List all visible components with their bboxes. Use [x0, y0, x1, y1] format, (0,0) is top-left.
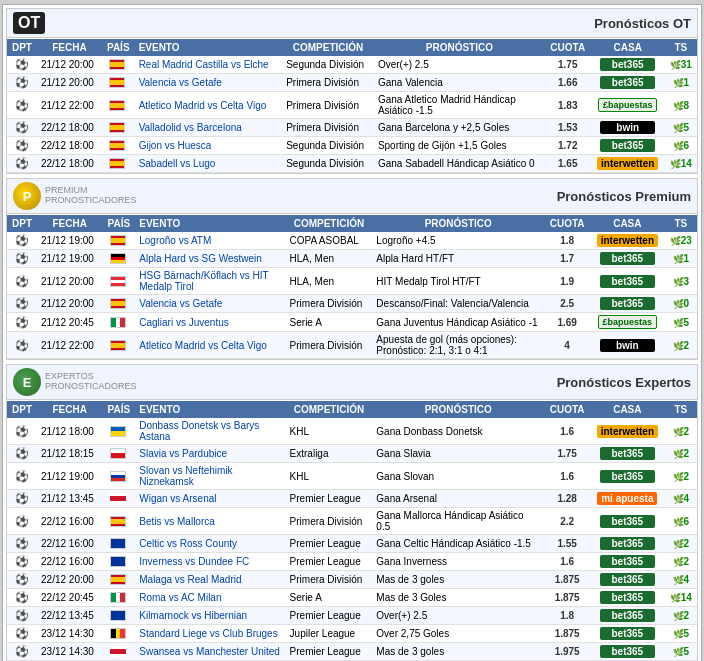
evento-cell[interactable]: Wigan vs Arsenal — [135, 490, 285, 508]
evento-cell[interactable]: Celtic vs Ross County — [135, 535, 285, 553]
casa-cell[interactable]: bet365 — [590, 463, 664, 490]
casa-cell[interactable]: bwin — [591, 119, 665, 137]
evento-cell[interactable]: Malaga vs Real Madrid — [135, 571, 285, 589]
evento-cell[interactable]: Sabadell vs Lugo — [135, 155, 283, 173]
casa-badge[interactable]: bet365 — [600, 537, 655, 550]
dpt-cell: ⚽ — [7, 463, 37, 490]
evento-cell[interactable]: Swansea vs Manchester United — [135, 643, 285, 661]
soccer-ball-icon: ⚽ — [15, 76, 29, 88]
casa-badge[interactable]: bet365 — [600, 76, 655, 89]
casa-cell[interactable]: bet365 — [590, 571, 664, 589]
casa-badge[interactable]: bet365 — [600, 252, 655, 265]
casa-cell[interactable]: interwetten — [590, 418, 664, 445]
casa-badge[interactable]: bet365 — [600, 591, 655, 604]
ts-icon: 🌿 — [670, 159, 681, 169]
evento-cell[interactable]: Real Madrid Castilla vs Elche — [135, 56, 283, 74]
casa-cell[interactable]: bet365 — [590, 268, 664, 295]
casa-badge[interactable]: bet365 — [600, 573, 655, 586]
casa-badge[interactable]: bet365 — [600, 297, 655, 310]
fecha-cell: 22/12 20:45 — [37, 589, 102, 607]
cuota-cell: 2.5 — [544, 295, 590, 313]
casa-badge[interactable]: bet365 — [600, 139, 655, 152]
cuota-cell: 1.7 — [544, 250, 590, 268]
premium-circle-icon: P — [13, 182, 41, 210]
casa-badge[interactable]: bet365 — [600, 515, 655, 528]
evento-cell[interactable]: Roma vs AC Milan — [135, 589, 285, 607]
soccer-ball-icon: ⚽ — [15, 555, 29, 567]
casa-cell[interactable]: mi apuesta — [590, 490, 664, 508]
pais-cell — [102, 445, 135, 463]
evento-cell[interactable]: Valladolid vs Barcelona — [135, 119, 283, 137]
casa-badge[interactable]: mi apuesta — [597, 492, 657, 505]
casa-badge[interactable]: £bapuestas — [598, 315, 658, 329]
casa-cell[interactable]: bet365 — [590, 625, 664, 643]
ts-cell: 🌿1 — [665, 74, 697, 92]
ts-value: 14 — [681, 158, 692, 169]
evento-cell[interactable]: Donbass Donetsk vs Barys Astana — [135, 418, 285, 445]
casa-badge[interactable]: £bapuestas — [598, 98, 658, 112]
evento-cell[interactable]: Valencia vs Getafe — [135, 295, 285, 313]
casa-cell[interactable]: bet365 — [590, 553, 664, 571]
soccer-ball-icon: ⚽ — [15, 316, 29, 328]
casa-badge[interactable]: interwetten — [597, 157, 658, 170]
fecha-cell: 22/12 16:00 — [37, 535, 102, 553]
casa-cell[interactable]: bet365 — [590, 607, 664, 625]
casa-badge[interactable]: bet365 — [600, 609, 655, 622]
casa-badge[interactable]: bwin — [600, 121, 655, 134]
casa-cell[interactable]: bet365 — [591, 137, 665, 155]
casa-badge[interactable]: bet365 — [600, 627, 655, 640]
fecha-cell: 22/12 16:00 — [37, 508, 102, 535]
evento-cell[interactable]: Valencia vs Getafe — [135, 74, 283, 92]
evento-cell[interactable]: Slavia vs Pardubice — [135, 445, 285, 463]
pais-cell — [102, 571, 135, 589]
pais-cell — [102, 74, 135, 92]
casa-cell[interactable]: bet365 — [590, 295, 664, 313]
casa-badge[interactable]: interwetten — [597, 425, 658, 438]
evento-cell[interactable]: Slovan vs Neftehimik Niznekamsk — [135, 463, 285, 490]
evento-cell[interactable]: Alpla Hard vs SG Westwein — [135, 250, 285, 268]
evento-cell[interactable]: Atletico Madrid vs Celta Vigo — [135, 332, 285, 359]
casa-cell[interactable]: bet365 — [591, 74, 665, 92]
casa-cell[interactable]: £bapuestas — [590, 313, 664, 332]
evento-cell[interactable]: HSG Bärnach/Köflach vs HIT Medalp Tirol — [135, 268, 285, 295]
fecha-cell: 21/12 13:45 — [37, 490, 102, 508]
casa-cell[interactable]: bet365 — [590, 589, 664, 607]
evento-cell[interactable]: Betis vs Mallorca — [135, 508, 285, 535]
casa-badge[interactable]: bwin — [600, 339, 655, 352]
casa-cell[interactable]: bet365 — [591, 56, 665, 74]
casa-cell[interactable]: bet365 — [590, 643, 664, 661]
evento-cell[interactable]: Standard Liege vs Club Bruges — [135, 625, 285, 643]
evento-cell[interactable]: Gijon vs Huesca — [135, 137, 283, 155]
pais-cell — [102, 589, 135, 607]
pronostico-cell: Over(+) 2.5 — [374, 56, 545, 74]
cuota-cell: 1.875 — [544, 625, 590, 643]
casa-badge[interactable]: bet365 — [600, 645, 655, 658]
casa-badge[interactable]: bet365 — [600, 447, 655, 460]
casa-badge[interactable]: bet365 — [600, 275, 655, 288]
casa-cell[interactable]: bwin — [590, 332, 664, 359]
casa-cell[interactable]: £bapuestas — [591, 92, 665, 119]
dpt-cell: ⚽ — [7, 232, 37, 250]
evento-cell[interactable]: Inverness vs Dundee FC — [135, 553, 285, 571]
casa-cell[interactable]: interwetten — [591, 155, 665, 173]
evento-cell[interactable]: Cagliari vs Juventus — [135, 313, 285, 332]
ts-cell: 🌿31 — [665, 56, 697, 74]
logo-premium: P PREMIUMPRONOSTICADORES — [13, 182, 137, 210]
casa-badge[interactable]: bet365 — [600, 470, 655, 483]
fecha-cell: 21/12 20:00 — [37, 56, 102, 74]
casa-cell[interactable]: bet365 — [590, 445, 664, 463]
evento-cell[interactable]: Atletico Madrid vs Celta Vigo — [135, 92, 283, 119]
ts-cell: 🌿3 — [665, 268, 697, 295]
casa-badge[interactable]: interwetten — [597, 234, 658, 247]
casa-cell[interactable]: bet365 — [590, 535, 664, 553]
country-flag — [109, 122, 125, 133]
evento-cell[interactable]: Logroño vs ATM — [135, 232, 285, 250]
casa-cell[interactable]: bet365 — [590, 508, 664, 535]
evento-cell[interactable]: Kilmarnock vs Hibernian — [135, 607, 285, 625]
fecha-cell: 22/12 18:00 — [37, 155, 102, 173]
casa-cell[interactable]: bet365 — [590, 250, 664, 268]
casa-badge[interactable]: bet365 — [600, 555, 655, 568]
casa-badge[interactable]: bet365 — [600, 58, 655, 71]
casa-cell[interactable]: interwetten — [590, 232, 664, 250]
competicion-cell: KHL — [286, 463, 373, 490]
